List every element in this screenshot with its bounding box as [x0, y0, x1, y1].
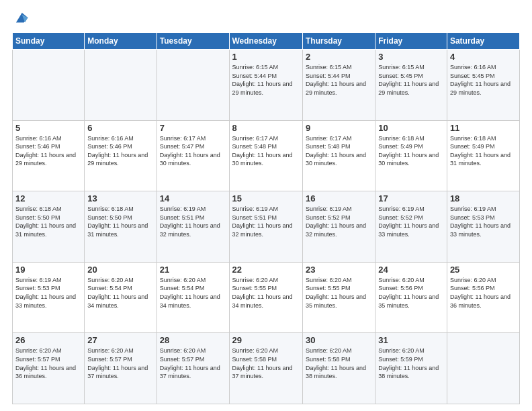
calendar-table: SundayMondayTuesdayWednesdayThursdayFrid… [12, 32, 520, 404]
day-info: Sunrise: 6:20 AMSunset: 5:57 PMDaylight:… [87, 347, 153, 380]
day-number: 30 [306, 335, 372, 345]
weekday-header: Wednesday [229, 33, 302, 50]
calendar-cell: 16Sunrise: 6:19 AMSunset: 5:52 PMDayligh… [302, 191, 375, 263]
calendar-cell: 10Sunrise: 6:18 AMSunset: 5:49 PMDayligh… [375, 120, 447, 191]
day-info: Sunrise: 6:19 AMSunset: 5:51 PMDaylight:… [160, 205, 226, 238]
calendar-cell [447, 333, 519, 404]
day-number: 4 [450, 52, 517, 62]
calendar-cell: 2Sunrise: 6:15 AMSunset: 5:44 PMDaylight… [302, 50, 375, 121]
calendar-week-row: 12Sunrise: 6:18 AMSunset: 5:50 PMDayligh… [13, 191, 520, 263]
logo [12, 11, 29, 26]
calendar-cell: 5Sunrise: 6:16 AMSunset: 5:46 PMDaylight… [13, 120, 85, 191]
day-number: 24 [378, 265, 444, 275]
day-info: Sunrise: 6:20 AMSunset: 5:55 PMDaylight:… [306, 276, 372, 310]
day-number: 9 [306, 123, 372, 133]
day-number: 18 [450, 193, 517, 203]
day-info: Sunrise: 6:20 AMSunset: 5:56 PMDaylight:… [450, 276, 517, 310]
weekday-header: Sunday [13, 33, 85, 50]
calendar-cell: 28Sunrise: 6:20 AMSunset: 5:57 PMDayligh… [157, 333, 229, 404]
day-number: 31 [378, 335, 444, 345]
day-info: Sunrise: 6:18 AMSunset: 5:50 PMDaylight:… [15, 205, 81, 238]
day-info: Sunrise: 6:16 AMSunset: 5:45 PMDaylight:… [450, 63, 517, 97]
day-info: Sunrise: 6:19 AMSunset: 5:51 PMDaylight:… [232, 205, 300, 238]
day-number: 23 [306, 265, 372, 275]
calendar-cell: 15Sunrise: 6:19 AMSunset: 5:51 PMDayligh… [229, 191, 302, 263]
day-info: Sunrise: 6:16 AMSunset: 5:46 PMDaylight:… [87, 134, 153, 168]
day-number: 15 [232, 193, 300, 203]
calendar-cell: 3Sunrise: 6:15 AMSunset: 5:45 PMDaylight… [375, 50, 447, 121]
day-info: Sunrise: 6:19 AMSunset: 5:53 PMDaylight:… [15, 276, 81, 310]
calendar-cell [85, 50, 157, 121]
calendar-cell: 17Sunrise: 6:19 AMSunset: 5:52 PMDayligh… [375, 191, 447, 263]
day-number: 29 [232, 335, 300, 345]
page: SundayMondayTuesdayWednesdayThursdayFrid… [0, 0, 532, 411]
day-number: 21 [160, 265, 226, 275]
calendar-cell: 4Sunrise: 6:16 AMSunset: 5:45 PMDaylight… [447, 50, 519, 121]
day-info: Sunrise: 6:15 AMSunset: 5:44 PMDaylight:… [232, 63, 300, 97]
calendar-cell: 19Sunrise: 6:19 AMSunset: 5:53 PMDayligh… [13, 262, 85, 333]
calendar-cell: 27Sunrise: 6:20 AMSunset: 5:57 PMDayligh… [85, 333, 157, 404]
calendar-cell: 7Sunrise: 6:17 AMSunset: 5:47 PMDaylight… [157, 120, 229, 191]
header [12, 11, 520, 26]
weekday-header: Monday [85, 33, 157, 50]
day-number: 17 [378, 193, 444, 203]
day-number: 26 [15, 335, 81, 345]
logo-icon [14, 11, 29, 26]
weekday-header: Saturday [447, 33, 519, 50]
day-info: Sunrise: 6:20 AMSunset: 5:54 PMDaylight:… [160, 276, 226, 310]
day-number: 1 [232, 52, 300, 62]
calendar-week-row: 19Sunrise: 6:19 AMSunset: 5:53 PMDayligh… [13, 262, 520, 333]
calendar-cell: 30Sunrise: 6:20 AMSunset: 5:58 PMDayligh… [302, 333, 375, 404]
calendar-cell: 26Sunrise: 6:20 AMSunset: 5:57 PMDayligh… [13, 333, 85, 404]
calendar-cell: 18Sunrise: 6:19 AMSunset: 5:53 PMDayligh… [447, 191, 519, 263]
day-number: 16 [306, 193, 372, 203]
day-number: 12 [15, 193, 81, 203]
calendar-cell: 31Sunrise: 6:20 AMSunset: 5:59 PMDayligh… [375, 333, 447, 404]
day-info: Sunrise: 6:20 AMSunset: 5:59 PMDaylight:… [378, 347, 444, 380]
calendar-cell: 24Sunrise: 6:20 AMSunset: 5:56 PMDayligh… [375, 262, 447, 333]
day-info: Sunrise: 6:17 AMSunset: 5:48 PMDaylight:… [306, 134, 372, 168]
day-info: Sunrise: 6:18 AMSunset: 5:50 PMDaylight:… [87, 205, 153, 238]
calendar-cell: 25Sunrise: 6:20 AMSunset: 5:56 PMDayligh… [447, 262, 519, 333]
day-number: 8 [232, 123, 300, 133]
day-info: Sunrise: 6:17 AMSunset: 5:48 PMDaylight:… [232, 134, 300, 168]
day-number: 3 [378, 52, 444, 62]
calendar-cell: 22Sunrise: 6:20 AMSunset: 5:55 PMDayligh… [229, 262, 302, 333]
day-info: Sunrise: 6:17 AMSunset: 5:47 PMDaylight:… [160, 134, 226, 168]
weekday-header: Tuesday [157, 33, 229, 50]
day-info: Sunrise: 6:18 AMSunset: 5:49 PMDaylight:… [378, 134, 444, 168]
day-info: Sunrise: 6:16 AMSunset: 5:46 PMDaylight:… [15, 134, 81, 168]
day-info: Sunrise: 6:15 AMSunset: 5:45 PMDaylight:… [378, 63, 444, 97]
calendar-cell: 21Sunrise: 6:20 AMSunset: 5:54 PMDayligh… [157, 262, 229, 333]
day-number: 20 [87, 265, 153, 275]
day-info: Sunrise: 6:20 AMSunset: 5:57 PMDaylight:… [15, 347, 81, 380]
day-number: 19 [15, 265, 81, 275]
day-info: Sunrise: 6:20 AMSunset: 5:54 PMDaylight:… [87, 276, 153, 310]
weekday-header: Friday [375, 33, 447, 50]
calendar-cell: 11Sunrise: 6:18 AMSunset: 5:49 PMDayligh… [447, 120, 519, 191]
calendar-cell: 6Sunrise: 6:16 AMSunset: 5:46 PMDaylight… [85, 120, 157, 191]
calendar-week-row: 26Sunrise: 6:20 AMSunset: 5:57 PMDayligh… [13, 333, 520, 404]
day-info: Sunrise: 6:19 AMSunset: 5:52 PMDaylight:… [378, 205, 444, 238]
calendar-week-row: 1Sunrise: 6:15 AMSunset: 5:44 PMDaylight… [13, 50, 520, 121]
day-info: Sunrise: 6:19 AMSunset: 5:53 PMDaylight:… [450, 205, 517, 238]
day-number: 22 [232, 265, 300, 275]
day-number: 28 [160, 335, 226, 345]
day-number: 27 [87, 335, 153, 345]
weekday-header: Thursday [302, 33, 375, 50]
day-number: 5 [15, 123, 81, 133]
weekday-header-row: SundayMondayTuesdayWednesdayThursdayFrid… [13, 33, 520, 50]
calendar-cell: 9Sunrise: 6:17 AMSunset: 5:48 PMDaylight… [302, 120, 375, 191]
day-number: 10 [378, 123, 444, 133]
calendar-cell: 1Sunrise: 6:15 AMSunset: 5:44 PMDaylight… [229, 50, 302, 121]
day-number: 2 [306, 52, 372, 62]
day-info: Sunrise: 6:19 AMSunset: 5:52 PMDaylight:… [306, 205, 372, 238]
day-info: Sunrise: 6:20 AMSunset: 5:58 PMDaylight:… [232, 347, 300, 380]
day-info: Sunrise: 6:15 AMSunset: 5:44 PMDaylight:… [306, 63, 372, 97]
day-info: Sunrise: 6:20 AMSunset: 5:58 PMDaylight:… [306, 347, 372, 380]
calendar-cell: 12Sunrise: 6:18 AMSunset: 5:50 PMDayligh… [13, 191, 85, 263]
calendar-week-row: 5Sunrise: 6:16 AMSunset: 5:46 PMDaylight… [13, 120, 520, 191]
day-info: Sunrise: 6:20 AMSunset: 5:56 PMDaylight:… [378, 276, 444, 310]
calendar-cell [13, 50, 85, 121]
day-number: 7 [160, 123, 226, 133]
